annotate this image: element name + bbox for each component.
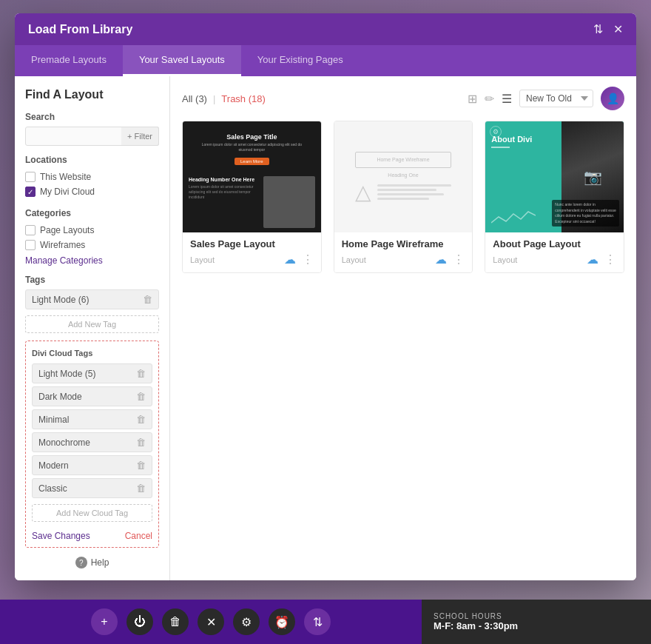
trash-icon: 🗑 — [169, 615, 181, 628]
layout-actions-sales: ☁ ⋮ — [284, 252, 314, 266]
wireframe-top: Home Page Wireframe — [355, 152, 451, 168]
category-wireframes[interactable]: Wireframes — [25, 238, 159, 252]
cloud-upload-icon-about[interactable]: ☁ — [587, 252, 598, 266]
layout-name-about: About Page Layout — [493, 238, 616, 249]
layout-name-sales: Sales Page Layout — [190, 238, 314, 249]
settings-icon: ⚙ — [241, 615, 252, 629]
divi-cloud-tags-label: Divi Cloud Tags — [32, 349, 152, 358]
main-content: All (3) | Trash (18) ⊞ ✏ ☰ New To Old Ol… — [170, 76, 636, 580]
tab-saved[interactable]: Your Saved Layouts — [123, 45, 241, 76]
settings-button[interactable]: ⚙ — [233, 608, 260, 635]
more-icon-about[interactable]: ⋮ — [604, 252, 616, 266]
layout-card-wireframe[interactable]: Home Page Wireframe Heading One △ — [334, 121, 473, 273]
save-changes-button[interactable]: Save Changes — [32, 531, 90, 541]
count-text: All (3) — [182, 93, 207, 104]
modal-header-icons: ⇅ ✕ — [593, 22, 623, 36]
cloud-tag-delete-2[interactable]: 🗑 — [136, 391, 146, 402]
layout-card-footer-sales: Sales Page Layout Layout ☁ ⋮ — [183, 232, 321, 272]
cancel-button[interactable]: Cancel — [125, 531, 152, 541]
tab-premade[interactable]: Premade Layouts — [15, 45, 123, 76]
locations-label: Locations — [25, 155, 159, 165]
layout-type-wireframe: Layout — [342, 255, 366, 264]
toolbar-left: + ⏻ 🗑 ✕ ⚙ ⏰ ⇅ — [0, 600, 422, 644]
avatar-icon: 👤 — [607, 93, 619, 104]
power-button[interactable]: ⏻ — [127, 608, 153, 635]
layout-card-footer-about: About Page Layout Layout ☁ ⋮ — [485, 232, 624, 272]
cloud-tag-delete-6[interactable]: 🗑 — [136, 483, 146, 494]
cloud-upload-icon-wireframe[interactable]: ☁ — [435, 252, 447, 266]
close-button[interactable]: ✕ — [198, 608, 224, 635]
cloud-tag-monochrome: Monochrome 🗑 — [32, 432, 152, 452]
category-page-layouts[interactable]: Page Layouts — [25, 223, 159, 238]
school-hours: SCHOOL HOURS M-F: 8am - 3:30pm — [434, 612, 518, 631]
tab-existing[interactable]: Your Existing Pages — [241, 45, 360, 76]
top-bar-left: All (3) | Trash (18) — [182, 93, 266, 104]
add-button[interactable]: + — [91, 608, 118, 635]
tuner-icon: ⇅ — [313, 615, 323, 629]
more-icon-sales[interactable]: ⋮ — [302, 252, 314, 266]
divi-cloud-tags-box: Divi Cloud Tags Light Mode (5) 🗑 Dark Mo… — [25, 341, 159, 548]
sort-icon[interactable]: ⇅ — [593, 22, 603, 36]
help-link[interactable]: ? Help — [25, 557, 159, 568]
modal-body: Find A Layout Search + Filter Locations … — [15, 76, 636, 580]
filter-button[interactable]: + Filter — [121, 127, 159, 146]
cloud-tag-label-1: Light Mode (5) — [38, 369, 95, 379]
search-wrap: + Filter — [25, 127, 159, 146]
toolbar-right: SCHOOL HOURS M-F: 8am - 3:30pm — [422, 600, 651, 644]
location-label-1: This Website — [40, 172, 91, 182]
clock-icon: ⏰ — [274, 615, 289, 629]
cloud-tag-label-6: Classic — [38, 483, 67, 494]
categories-label: Categories — [25, 208, 159, 218]
layout-thumb-wireframe: Home Page Wireframe Heading One △ — [334, 121, 473, 232]
layout-meta-about: Layout ☁ ⋮ — [493, 252, 616, 266]
school-label: SCHOOL HOURS — [434, 612, 518, 620]
tag-delete-icon[interactable]: 🗑 — [143, 294, 152, 305]
top-bar: All (3) | Trash (18) ⊞ ✏ ☰ New To Old Ol… — [182, 87, 624, 110]
search-label: Search — [25, 112, 159, 122]
add-tag-button[interactable]: Add New Tag — [25, 315, 159, 333]
layout-meta-sales: Layout ☁ ⋮ — [190, 252, 314, 266]
layout-meta-wireframe: Layout ☁ ⋮ — [342, 252, 465, 266]
location-this-website[interactable]: This Website — [25, 170, 159, 184]
list-view-icon[interactable]: ☰ — [502, 92, 512, 106]
cloud-tag-label-2: Dark Mode — [38, 392, 82, 402]
cloud-tag-delete-3[interactable]: 🗑 — [136, 414, 146, 425]
layout-card-about[interactable]: About Divi — [485, 121, 624, 273]
cloud-tag-delete-5[interactable]: 🗑 — [136, 460, 146, 471]
avatar[interactable]: 👤 — [601, 87, 624, 110]
clock-button[interactable]: ⏰ — [269, 608, 295, 635]
layout-actions-wireframe: ☁ ⋮ — [435, 252, 465, 266]
power-icon: ⏻ — [134, 615, 146, 628]
cloud-tag-label-3: Minimal — [38, 415, 69, 425]
add-icon: + — [101, 615, 107, 628]
modal-tabs: Premade Layouts Your Saved Layouts Your … — [15, 45, 636, 76]
layout-type-about: Layout — [493, 255, 517, 264]
modal-title: Load From Library — [28, 23, 132, 36]
cat-label-1: Page Layouts — [40, 225, 94, 235]
modal-header: Load From Library ⇅ ✕ — [15, 13, 636, 45]
trash-button[interactable]: 🗑 — [162, 608, 189, 635]
location-divi-cloud[interactable]: ✓ My Divi Cloud — [25, 184, 159, 199]
manage-categories-link[interactable]: Manage Categories — [25, 255, 159, 266]
sidebar: Find A Layout Search + Filter Locations … — [15, 76, 170, 580]
cat-checkbox-2 — [25, 240, 36, 250]
layout-grid: Sales Page Title Lorem ipsum dolor sit a… — [182, 121, 624, 273]
cloud-tag-delete-1[interactable]: 🗑 — [136, 368, 146, 379]
layout-type-sales: Layout — [190, 255, 215, 264]
tag-label: Light Mode (6) — [32, 295, 89, 305]
tuner-button[interactable]: ⇅ — [304, 608, 331, 635]
cloud-upload-icon-sales[interactable]: ☁ — [284, 252, 296, 266]
close-icon[interactable]: ✕ — [613, 22, 623, 36]
cloud-tag-light-mode: Light Mode (5) 🗑 — [32, 363, 152, 383]
add-cloud-tag-button[interactable]: Add New Cloud Tag — [32, 504, 152, 522]
sort-select[interactable]: New To Old Old To New Alphabetical — [519, 90, 593, 107]
layout-name-wireframe: Home Page Wireframe — [342, 238, 465, 249]
edit-icon[interactable]: ✏ — [485, 92, 494, 106]
cloud-tag-label-4: Monochrome — [38, 437, 90, 448]
modal: Load From Library ⇅ ✕ Premade Layouts Yo… — [15, 13, 636, 580]
more-icon-wireframe[interactable]: ⋮ — [453, 252, 465, 266]
layout-card-sales[interactable]: Sales Page Title Lorem ipsum dolor sit a… — [182, 121, 322, 273]
trash-link[interactable]: Trash (18) — [221, 93, 265, 104]
cloud-tag-delete-4[interactable]: 🗑 — [136, 437, 146, 448]
grid-view-icon[interactable]: ⊞ — [468, 92, 477, 106]
